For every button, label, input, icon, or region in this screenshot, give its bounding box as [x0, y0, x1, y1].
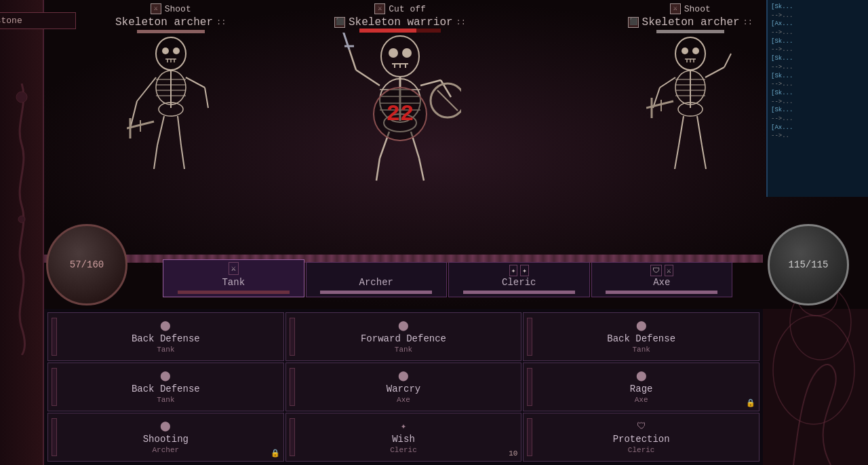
right-action-icon: ⚔ [670, 3, 681, 14]
log-line-9: -->... [771, 81, 865, 89]
btn-icon-9: 🛡 [637, 421, 646, 432]
btn-name-1: Forward Defence [361, 333, 446, 344]
center-skeleton-wrapper: 22 [339, 33, 461, 182]
log-line-6: [Sk... [771, 55, 865, 63]
svg-line-67 [660, 77, 675, 88]
cut-icon: ⚔ [374, 3, 385, 14]
svg-line-26 [181, 145, 184, 169]
log-line-5: -->... [771, 46, 865, 54]
svg-point-0 [16, 92, 27, 103]
svg-line-25 [178, 116, 181, 145]
tank-icon: ⚔ [229, 262, 239, 275]
btn-deco-1 [290, 318, 295, 356]
left-enemy-dots: :: [216, 18, 226, 27]
svg-point-2 [156, 37, 186, 70]
left-enemy-name: Skeleton archer [115, 16, 213, 29]
btn-deco [52, 318, 57, 356]
action-btn-back-defense-1[interactable]: ⬤ Back Defense Tank [47, 312, 284, 361]
btn-name-0: Back Defense [132, 333, 200, 344]
action-btn-shooting[interactable]: ⬤ Shooting Archer 🔒 [47, 413, 284, 462]
btn-icon-3: ⬤ [636, 320, 647, 331]
axe-tab-label: Axe [653, 277, 670, 288]
log-line-13: -->... [771, 115, 865, 124]
svg-point-1 [18, 216, 25, 223]
action-btn-rage[interactable]: ⬤ Rage Axe 🔒 [523, 362, 760, 411]
axe-tab-icons: 🛡 ⚔ [650, 265, 673, 276]
left-decorative-column: Flagstone [0, 0, 44, 465]
tab-axe[interactable]: 🛡 ⚔ Axe [591, 262, 733, 297]
axe-icon2: ⚔ [665, 265, 673, 276]
left-orb-value: 57/160 [70, 259, 104, 270]
svg-point-29 [402, 48, 412, 58]
btn-icon-4: ⬤ [160, 370, 171, 382]
svg-line-45 [420, 80, 441, 86]
btn-deco-3 [52, 368, 57, 406]
center-enemy-action-label: Cut off [389, 4, 426, 14]
btn-type-8: Cleric [628, 446, 655, 454]
center-enemy-name: Skeleton warrior [349, 16, 453, 29]
btn-type-4: Axe [397, 396, 410, 404]
svg-point-55 [692, 48, 699, 54]
log-line-14: [Ax... [771, 124, 865, 132]
right-skeleton-figure [646, 33, 734, 169]
right-enemy-action-label: Shoot [684, 4, 711, 14]
action-btn-warcry[interactable]: ⬤ Warcry Axe [285, 362, 522, 411]
axe-tab-bar [606, 291, 717, 294]
btn-deco-8 [527, 418, 532, 456]
btn-deco-2 [527, 318, 532, 356]
rage-lock-icon: 🔒 [746, 398, 755, 407]
action-btn-back-defense-3[interactable]: ⬤ Back Defense Tank [47, 362, 284, 411]
left-scroll-art [8, 83, 35, 355]
right-orb-value: 115/115 [789, 259, 829, 270]
svg-line-52 [419, 158, 424, 181]
svg-line-42 [349, 50, 356, 70]
log-line-15: -->.. [771, 132, 865, 141]
left-skeleton-figure [127, 33, 215, 169]
svg-line-70 [724, 54, 731, 67]
btn-icon-5: ⬤ [398, 370, 409, 382]
left-enemy-action-label: Shoot [165, 4, 191, 14]
party-tabs: ⚔ Tank Archer ✦ ✦ Cleric 🛡 ⚔ Axe [163, 257, 732, 297]
combat-damage-number: 22 [373, 87, 427, 141]
cleric-tab-bar [463, 291, 575, 294]
btn-type-5: Axe [635, 396, 648, 404]
log-line-12: [Sk... [771, 107, 865, 115]
cleric-icon: ✦ [509, 265, 518, 276]
log-line-10: [Sk... [771, 90, 865, 98]
left-enemy-container: ⚔ Shoot Skeleton archer :: [115, 0, 226, 169]
svg-line-74 [679, 116, 684, 145]
btn-icon-7: ⬤ [160, 420, 171, 432]
action-btn-forward-defence[interactable]: ⬤ Forward Defence Tank [285, 312, 522, 361]
svg-line-41 [356, 70, 380, 86]
svg-line-23 [157, 116, 164, 145]
btn-deco-6 [52, 418, 57, 456]
log-line-4: [Sk... [771, 38, 865, 46]
right-enemy-container: ⚔ Shoot ⬛ Skeleton archer :: [628, 0, 753, 169]
svg-line-50 [376, 158, 380, 181]
center-icon: ⬛ [334, 17, 345, 28]
svg-line-77 [702, 145, 706, 169]
btn-name-6: Shooting [143, 434, 189, 445]
wish-badge: 10 [509, 449, 517, 458]
btn-type-2: Tank [632, 346, 650, 354]
tank-tab-icons: ⚔ [229, 262, 239, 275]
sword-icon: ⚔ [151, 3, 161, 14]
tab-tank[interactable]: ⚔ Tank [163, 259, 304, 297]
log-line-2: [Ax... [771, 20, 865, 29]
action-btn-protection[interactable]: 🛡 Protection Cleric [523, 413, 760, 462]
btn-type-6: Archer [153, 446, 180, 454]
tab-cleric[interactable]: ✦ ✦ Cleric [448, 262, 590, 297]
action-btn-wish[interactable]: ✦ Wish Cleric 10 [285, 413, 522, 462]
btn-icon-6: ⬤ [636, 370, 647, 382]
cleric-icon2: ✦ [520, 265, 529, 276]
right-enemy-namebar: ⬛ Skeleton archer :: [628, 16, 753, 29]
svg-point-28 [389, 48, 398, 58]
action-btn-back-defense-2[interactable]: ⬤ Back Defense Tank [523, 312, 760, 361]
left-health-orb: 57/160 [46, 224, 127, 305]
btn-name-8: Protection [613, 434, 670, 445]
flagstone-label: Flagstone [0, 12, 76, 29]
right-health-orb: 115/115 [768, 224, 849, 305]
log-line-11: -->... [771, 98, 865, 107]
tank-tab-label: Tank [222, 277, 245, 288]
tab-archer[interactable]: Archer [306, 262, 448, 297]
